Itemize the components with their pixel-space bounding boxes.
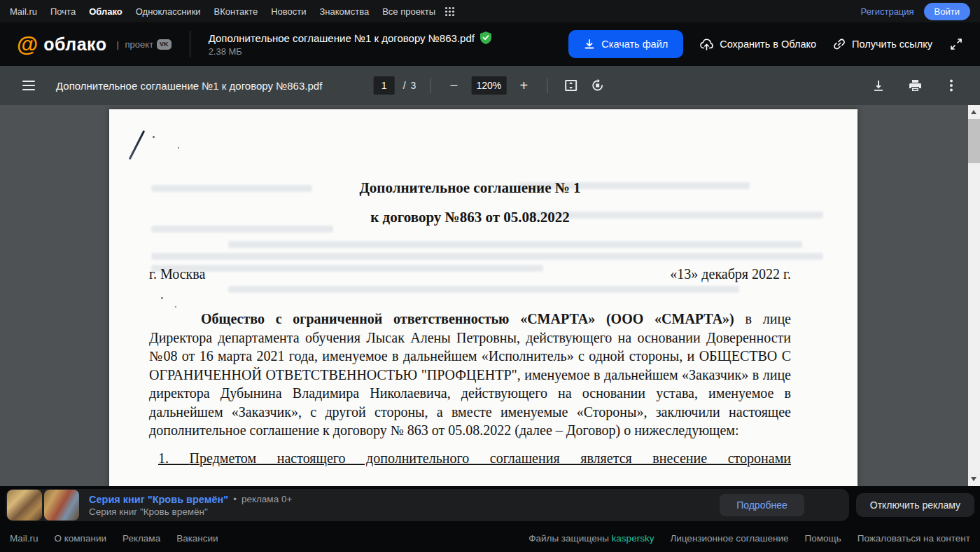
document-clause-1: 1. Предметом настоящего дополнительного …	[149, 449, 791, 468]
download-file-button[interactable]: Скачать файл	[568, 30, 683, 58]
footer-link-reklama[interactable]: Реклама	[122, 533, 160, 544]
page-count: / 3	[403, 80, 416, 91]
vk-project-label: | проект VK	[117, 39, 172, 50]
vk-logo-icon: VK	[157, 39, 172, 50]
page-total: 3	[411, 80, 416, 91]
ad-book-cover-1	[7, 490, 42, 520]
scrollbar-thumb[interactable]	[968, 119, 980, 163]
apps-grid-icon[interactable]	[444, 6, 455, 17]
toolbar-divider	[547, 78, 547, 93]
ad-thumbnails	[7, 490, 79, 520]
print-button[interactable]	[906, 76, 924, 95]
clause-number: 1.	[158, 450, 169, 466]
topnav-link-pochta[interactable]: Почта	[50, 6, 76, 17]
rotate-button[interactable]	[588, 76, 606, 95]
topnav-link-znakomstva[interactable]: Знакомства	[319, 6, 369, 17]
footer-link-license[interactable]: Лицензионное соглашение	[670, 533, 788, 544]
ad-separator: •	[233, 494, 237, 504]
footer-right-links: Файлы защищены kaspersky Лицензионное со…	[528, 533, 970, 544]
scrollbar-down-arrow[interactable]	[971, 477, 976, 481]
page-footer: Mail.ru О компании Реклама Вакансии Файл…	[0, 524, 980, 552]
file-size: 2.38 МБ	[209, 46, 491, 57]
zoom-in-button[interactable]: +	[514, 76, 533, 95]
project-label-text: проект	[125, 39, 154, 50]
document-title-line1: Дополнительное соглашение № 1	[149, 179, 791, 197]
pdf-document-title: Дополнительное соглашение №1 к договору …	[56, 80, 322, 92]
file-name: Дополнительное соглашение №1 к договору …	[209, 32, 475, 44]
party-rest-text: в лице Директора департамента обучения Л…	[149, 311, 791, 438]
document-city: г. Москва	[149, 266, 205, 282]
zoom-out-button[interactable]: −	[444, 76, 463, 95]
ad-banner[interactable]: Серия книг "Кровь времён" • реклама 0+ С…	[6, 489, 849, 521]
clause-text: Предметом настоящего дополнительного сог…	[190, 450, 791, 466]
scrollbar-up-arrow[interactable]	[971, 110, 976, 114]
save-to-cloud-label: Сохранить в Облако	[720, 39, 816, 50]
zoom-level-input[interactable]: 120%	[471, 76, 506, 95]
download-icon	[584, 39, 595, 50]
topnav-link-odnoklassniki[interactable]: Одноклассники	[136, 6, 201, 17]
get-link-label: Получить ссылку	[852, 39, 932, 50]
kaspersky-brand: kaspersky	[612, 533, 654, 544]
download-file-label: Скачать файл	[601, 39, 668, 50]
footer-link-help[interactable]: Помощь	[805, 533, 841, 544]
file-header: @ облако | проект VK Дополнительное согл…	[0, 22, 980, 66]
protected-prefix: Файлы защищены	[528, 533, 609, 544]
footer-left-links: Mail.ru О компании Реклама Вакансии	[10, 533, 218, 544]
document-title-line2: к договору №863 от 05.08.2022	[149, 209, 791, 226]
file-info: Дополнительное соглашение №1 к договору …	[209, 32, 491, 57]
link-icon	[833, 38, 846, 50]
page-number-input[interactable]: 1	[374, 76, 395, 95]
top-nav-auth: Регистрация Войти	[861, 3, 970, 20]
more-options-kebab-icon[interactable]	[942, 76, 960, 95]
fullscreen-icon	[949, 37, 963, 51]
pdf-page-zoom-controls: 1 / 3 − 120% +	[374, 76, 607, 95]
ad-book-cover-2	[44, 490, 79, 520]
pdf-toolbar-right	[869, 76, 960, 95]
toolbar-divider	[430, 78, 430, 93]
topnav-link-vkontakte[interactable]: ВКонтакте	[214, 6, 258, 17]
menu-hamburger-icon[interactable]	[20, 78, 38, 93]
login-button[interactable]: Войти	[924, 3, 970, 20]
document-city-date-row: г. Москва «13» декабря 2022 г.	[149, 266, 791, 282]
disable-ads-button[interactable]: Отключить рекламу	[856, 493, 974, 517]
virus-check-shield-icon	[480, 32, 491, 44]
file-actions: Скачать файл Сохранить в Облако Получить…	[568, 30, 963, 58]
header-divider	[190, 31, 190, 57]
document-body: Общество с ограниченной ответственностью…	[149, 310, 791, 467]
topnav-link-mailru[interactable]: Mail.ru	[10, 6, 37, 17]
document-date: «13» декабря 2022 г.	[670, 266, 791, 282]
ad-title-link[interactable]: Серия книг "Кровь времён"	[89, 494, 228, 505]
ad-text: Серия книг "Кровь времён" • реклама 0+ С…	[89, 494, 292, 517]
topnav-link-vse-proekty[interactable]: Все проекты	[382, 6, 435, 17]
mailru-top-nav: Mail.ru Почта Облако Одноклассники ВКонт…	[0, 0, 980, 22]
ad-subtitle: Серия книг "Кровь времён"	[89, 506, 292, 517]
fullscreen-button[interactable]	[949, 37, 963, 51]
cloud-logo[interactable]: @ облако | проект VK	[17, 34, 172, 55]
pdf-viewer-area[interactable]: Дополнительное соглашение № 1 к договору…	[0, 105, 980, 486]
save-to-cloud-button[interactable]: Сохранить в Облако	[700, 39, 816, 50]
footer-link-o-kompanii[interactable]: О компании	[55, 533, 106, 544]
topnav-link-novosti[interactable]: Новости	[271, 6, 306, 17]
footer-link-vakansii[interactable]: Вакансии	[176, 533, 218, 544]
kaspersky-protected-label: Файлы защищены kaspersky	[528, 533, 654, 544]
pdf-download-button[interactable]	[869, 76, 888, 95]
document-content: Дополнительное соглашение № 1 к договору…	[149, 109, 791, 486]
ad-meta-label: реклама 0+	[241, 494, 292, 504]
fit-to-page-button[interactable]	[561, 76, 580, 95]
top-nav-links: Mail.ru Почта Облако Одноклассники ВКонт…	[10, 6, 455, 17]
viewer-scrollbar[interactable]	[968, 105, 980, 486]
registration-link[interactable]: Регистрация	[861, 6, 914, 17]
cloud-upload-icon	[700, 39, 713, 50]
topnav-link-oblako[interactable]: Облако	[89, 6, 122, 17]
ad-bar: Серия книг "Кровь времён" • реклама 0+ С…	[0, 486, 980, 524]
get-link-button[interactable]: Получить ссылку	[833, 38, 932, 50]
cloud-logo-text: облако	[43, 34, 106, 55]
pdf-viewer-toolbar: Дополнительное соглашение №1 к договору …	[0, 66, 980, 105]
footer-link-report-content[interactable]: Пожаловаться на контент	[858, 533, 970, 544]
page-separator: /	[403, 80, 406, 91]
ad-more-button[interactable]: Подробнее	[720, 494, 804, 516]
party-bold-text: Общество с ограниченной ответственностью…	[201, 311, 734, 326]
pdf-page-1: Дополнительное соглашение № 1 к договору…	[109, 109, 858, 486]
document-intro-paragraph: Общество с ограниченной ответственностью…	[149, 310, 791, 440]
footer-link-mailru[interactable]: Mail.ru	[10, 533, 38, 544]
